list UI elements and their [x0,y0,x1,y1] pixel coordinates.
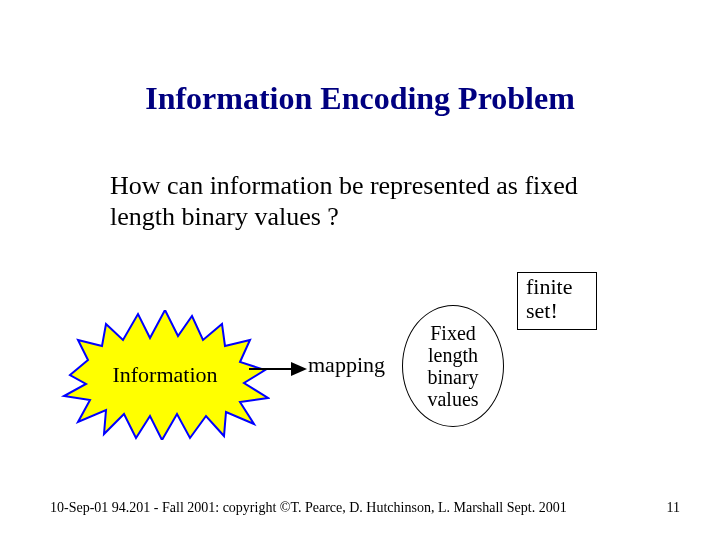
footer-text: 10-Sep-01 94.201 - Fall 2001: copyright … [50,500,567,516]
arrow-right-icon [247,358,307,380]
body-question: How can information be represented as fi… [110,170,590,232]
starburst-label: Information [60,310,270,440]
finite-set-box: finite set! [517,272,597,330]
page-number: 11 [667,500,680,516]
slide-title: Information Encoding Problem [0,80,720,117]
oval-shape: Fixed length binary values [402,305,502,425]
mapping-label: mapping [308,352,385,378]
oval-label: Fixed length binary values [402,305,504,427]
starburst-shape: Information [60,310,270,440]
svg-marker-2 [291,362,307,376]
slide: Information Encoding Problem How can inf… [0,0,720,540]
